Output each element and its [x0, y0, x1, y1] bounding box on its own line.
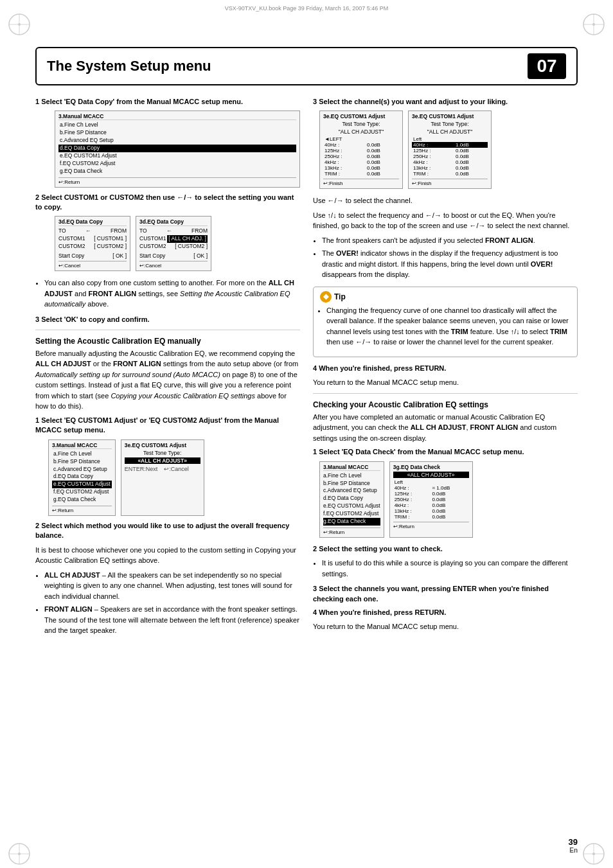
check-eq-table: Left 40Hz := 1.0dB 125Hz :0.0dB 250Hz :0…	[393, 479, 469, 520]
eq-adjust-screen-2: 3e.EQ CUSTOM1 Adjust Test Tone Type: "AL…	[408, 111, 492, 189]
eq-adj-s2-val: "ALL CH ADJUST"	[412, 128, 488, 135]
corner-decoration-tr	[581, 12, 607, 37]
check-eq-screen: 3g.EQ Data Check «ALL CH ADJUST» Left 40…	[389, 461, 473, 538]
mcacc-menu2-item-0: a.Fine Ch Level	[52, 450, 112, 458]
bullet-list-2: ALL CH ADJUST – All the speakers can be …	[44, 570, 300, 636]
mcacc-menu1-item-4: e.EQ CUSTOM1 Adjust	[58, 152, 296, 160]
eq-adj-s2-table: Left 40Hz :1.0dB 125Hz :0.0dB 250Hz :0.0…	[412, 136, 488, 177]
datacopy-screen1-footer: ↩:Cancel	[58, 261, 127, 269]
tip-bullet-list: Changing the frequency curve of one chan…	[326, 305, 571, 348]
section2-title: Checking your Acoustic Calibration EQ se…	[313, 400, 578, 409]
check-mcacc-item-1: b.Fine SP Distance	[323, 480, 380, 488]
check-mcacc-menu: 3.Manual MCACC a.Fine Ch Level b.Fine SP…	[319, 461, 384, 538]
datacopy-screen1-row-to: TO←FROM	[58, 227, 127, 235]
left-column: 1 Select 'EQ Data Copy' from the Manual …	[35, 97, 300, 641]
mcacc-menu2-title: 3.Manual MCACC	[52, 442, 112, 449]
eq-adj-s2-footer: ↩:Finish	[412, 179, 488, 186]
check-mcacc-item-5: f.EQ CUSTOM2 Adjust	[323, 510, 380, 518]
eq-adj-s1-table: ◄LEFT 40Hz :0.0dB 125Hz :0.0dB 250Hz :0.…	[323, 136, 399, 177]
check-eq-footer: ↩:Return	[393, 522, 469, 529]
step1-left-heading: 1 Select 'EQ Data Copy' from the Manual …	[35, 97, 300, 107]
mcacc-menu-2: 3.Manual MCACC a.Fine Ch Level b.Fine SP…	[48, 439, 116, 516]
use-ud-text: Use ↑/↓ to select the frequency and ←/→ …	[313, 210, 578, 231]
mcacc-menu1-item-6: g.EQ Data Check	[58, 168, 296, 175]
mcacc-menu2-item-2: c.Advanced EQ Setup	[52, 466, 112, 474]
eq-custom1-tone-val: «ALL CH ADJUST»	[125, 457, 200, 464]
mcacc-menu1-title: 3.Manual MCACC	[58, 113, 296, 120]
page-number: 39 En	[569, 837, 578, 854]
step2c-heading: 2 Select the setting you want to check.	[313, 544, 578, 554]
right-column: 3 Select the channel(s) you want and adj…	[313, 97, 578, 641]
step4c-body: You return to the Manual MCACC setup men…	[313, 621, 578, 632]
eq-custom1-screen: 3e.EQ CUSTOM1 Adjust Test Tone Type: «AL…	[121, 439, 204, 516]
datacopy-screen2-footer: ↩:Cancel	[139, 261, 208, 269]
eq-adj-s1-footer: ↩:Finish	[323, 179, 399, 186]
bullet-2a: ALL CH ADJUST – All the speakers can be …	[44, 570, 300, 602]
mcacc-menu2-footer: ↩:Return	[52, 506, 112, 513]
check-mcacc-footer: ↩:Return	[323, 527, 380, 535]
use-lr-text: Use ←/→ to select the channel.	[313, 195, 578, 206]
check-mcacc-item-2: c.Advanced EQ Setup	[323, 487, 380, 495]
step3-right-heading: 3 Select the channel(s) you want and adj…	[313, 97, 578, 107]
datacopy-screen2-bottom: Start Copy[ OK ]	[139, 252, 208, 259]
eq-adj-s1-tone: Test Tone Type:	[323, 121, 399, 127]
datacopy-screen1-row-c2: CUSTOM2[ CUSTOM2 ]	[58, 243, 127, 251]
datacopy-screen1-title: 3d.EQ Data Copy	[58, 218, 127, 226]
mcacc-eq-row: 3.Manual MCACC a.Fine Ch Level b.Fine SP…	[48, 439, 300, 516]
mcacc-menu2-item-6: g.EQ Data Check	[52, 496, 112, 504]
check-mcacc-item-0: a.Fine Ch Level	[323, 472, 380, 480]
page: VSX-90TXV_KU.book Page 39 Friday, March …	[0, 5, 613, 868]
right-bullet-2: The OVER! indicator shows in the display…	[322, 248, 578, 280]
tip-icon: ◆	[320, 291, 332, 303]
step4c-heading: 4 When you're finished, press RETURN.	[313, 608, 578, 617]
mcacc-menu1-item-0: a.Fine Ch Level	[58, 121, 296, 129]
datacopy-screen2-title: 3d.EQ Data Copy	[139, 218, 208, 226]
step2-left-heading: 2 Select CUSTOM1 or CUSTOM2 then use ←/→…	[35, 193, 300, 213]
mcacc-menu-1: 3.Manual MCACC a.Fine Ch Level b.Fine SP…	[55, 111, 300, 187]
datacopy-screen-2: 3d.EQ Data Copy TO←FROM CUSTOM1[ ALL CH …	[136, 216, 211, 271]
step3c-heading: 3 Select the channels you want, pressing…	[313, 584, 578, 604]
eq-adjust-screen1-title: 3e.EQ CUSTOM1 Adjust	[323, 113, 399, 120]
datacopy-screen-1: 3d.EQ Data Copy TO←FROM CUSTOM1[ CUSTOM1…	[55, 216, 130, 271]
mcacc-menu1-item-5: f.EQ CUSTOM2 Adjust	[58, 160, 296, 168]
check-mcacc-item-4: e.EQ CUSTOM1 Adjust	[323, 502, 380, 510]
bullet-list-1: You can also copy from one custom settin…	[44, 278, 300, 310]
eq-adj-s2-tone: Test Tone Type:	[412, 121, 488, 127]
corner-decoration-bl	[6, 841, 32, 867]
eq-adjust-screen-1: 3e.EQ CUSTOM1 Adjust Test Tone Type: "AL…	[319, 111, 403, 189]
mcacc-menu1-item-1: b.Fine SP Distance	[58, 129, 296, 137]
section2-body: After you have completed an automatic or…	[313, 412, 578, 444]
step2b-body: It is best to choose whichever one you c…	[35, 545, 300, 566]
step1b-heading: 1 Select 'EQ CUSTOM1 Adjust' or 'EQ CUST…	[35, 416, 300, 436]
step2c-bullet: It is useful to do this while a source i…	[322, 558, 578, 579]
page-header: The System Setup menu 07	[35, 47, 578, 85]
check-eq-hl-val: «ALL CH ADJUST»	[393, 472, 469, 478]
check-eq-title: 3g.EQ Data Check	[393, 464, 469, 470]
chapter-badge: 07	[528, 53, 566, 79]
step3-left-heading: 3 Select 'OK' to copy and confirm.	[35, 315, 300, 324]
mcacc-menu2-item-5: f.EQ CUSTOM2 Adjust	[52, 488, 112, 496]
datacopy-screen1-row-c1: CUSTOM1[ CUSTOM1 ]	[58, 235, 127, 243]
tip-box: ◆ Tip Changing the frequency curve of on…	[313, 287, 578, 357]
tip-item: Changing the frequency curve of one chan…	[326, 305, 571, 348]
mcacc-menu2-item-4: e.EQ CUSTOM1 Adjust	[52, 481, 112, 488]
file-note: VSX-90TXV_KU.book Page 39 Friday, March …	[0, 5, 613, 12]
main-content: 1 Select 'EQ Data Copy' from the Manual …	[35, 97, 578, 641]
bullet-1-item: You can also copy from one custom settin…	[44, 278, 300, 310]
check-screens: 3.Manual MCACC a.Fine Ch Level b.Fine SP…	[319, 461, 578, 538]
step2b-heading: 2 Select which method you would like to …	[35, 521, 300, 541]
mcacc-menu1-item-2: c.Advanced EQ Setup	[58, 137, 296, 145]
eq-adjust-screens: 3e.EQ CUSTOM1 Adjust Test Tone Type: "AL…	[319, 111, 578, 189]
check-mcacc-title: 3.Manual MCACC	[323, 464, 380, 471]
corner-decoration-br	[581, 841, 607, 867]
page-title: The System Setup menu	[47, 58, 528, 75]
right-bullet-list: The front speakers can't be adjusted if …	[322, 235, 578, 280]
right-bullet-1: The front speakers can't be adjusted if …	[322, 235, 578, 246]
mcacc-menu1-footer: ↩:Return	[58, 177, 296, 185]
eq-custom1-screen-title: 3e.EQ CUSTOM1 Adjust	[125, 442, 200, 448]
tip-header: ◆ Tip	[320, 291, 571, 303]
mcacc-menu2-item-3: d.EQ Data Copy	[52, 473, 112, 481]
corner-decoration-tl	[6, 12, 32, 37]
datacopy-screen2-row-c1: CUSTOM1[ ALL CH ADJ. ]	[139, 235, 208, 243]
mcacc-menu2-item-1: b.Fine SP Distance	[52, 458, 112, 466]
